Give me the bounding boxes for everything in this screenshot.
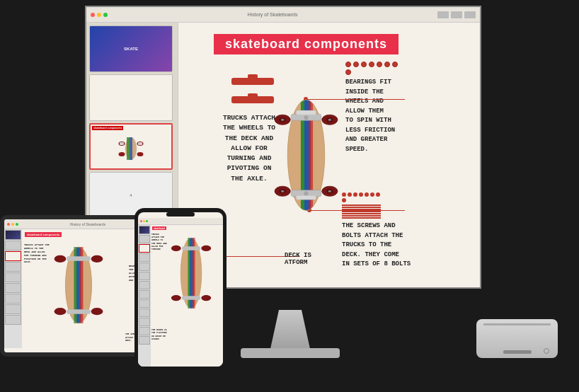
app-title: History of Skateboards: [248, 12, 298, 17]
iphone-thumb-7[interactable]: [139, 281, 150, 289]
iphone-thumb-2[interactable]: [139, 235, 150, 243]
thumbnail-3-active[interactable]: skateboard components: [89, 123, 173, 170]
iphone-close-btn[interactable]: [140, 220, 142, 222]
ipad-thumb-6[interactable]: [5, 283, 21, 293]
ipad-trucks-text: TRUCKS ATTACH THE WHEELS TO THE DECK AND…: [24, 243, 50, 264]
svg-point-30: [328, 118, 331, 120]
iphone-screen: skateboard TRUCKS ATTACH: [138, 212, 223, 367]
svg-point-5: [119, 152, 125, 156]
iphone-thumb-3[interactable]: [139, 244, 150, 253]
mac-mini-power: [544, 348, 549, 354]
svg-rect-20: [296, 110, 316, 115]
svg-point-56: [201, 246, 211, 251]
svg-point-36: [328, 190, 331, 192]
iphone-thumb-5[interactable]: [139, 263, 150, 271]
iphone-thumb-1[interactable]: [139, 226, 150, 234]
iphone: skateboard TRUCKS ATTACH: [134, 208, 227, 371]
svg-point-46: [55, 308, 67, 315]
ipad-max-btn[interactable]: [16, 223, 18, 226]
thumbnail-1[interactable]: SKATE: [89, 25, 173, 72]
iphone-max-btn[interactable]: [146, 220, 148, 222]
iphone-slide-body: skateboard TRUCKS ATTACH: [151, 225, 223, 367]
mac-mini: [476, 319, 558, 358]
svg-point-33: [281, 190, 284, 192]
svg-point-24: [304, 191, 308, 195]
ipad-thumb-9[interactable]: [5, 315, 21, 325]
maximize-button[interactable]: [103, 13, 108, 17]
bearings-section: BEARINGS FIT INSIDE THE WHEELS AND ALLOW…: [345, 62, 473, 154]
svg-point-57: [171, 295, 181, 301]
svg-point-55: [171, 246, 181, 251]
svg-rect-23: [296, 195, 316, 200]
iphone-thumbnails[interactable]: [138, 225, 151, 367]
ipad-thumb-7[interactable]: [5, 294, 21, 304]
toolbar-btn[interactable]: [464, 11, 476, 18]
iphone-thumb-12[interactable]: [139, 327, 150, 335]
ipad-thumb-1[interactable]: [5, 230, 21, 240]
svg-point-58: [201, 295, 211, 301]
iphone-trucks-text: TRUCKS ATTACH THE WHEELS TO THE DECK AND…: [151, 234, 168, 251]
ipad-slide-title: skateboard components: [25, 232, 62, 237]
minimize-button[interactable]: [97, 13, 101, 17]
svg-rect-12: [248, 93, 258, 98]
screws-description: THE SCREWS AND BOLTS ATTACH THE TRUCKS T…: [342, 221, 473, 270]
iphone-slide-title: skateboard: [152, 226, 166, 230]
bearings-description: BEARINGS FIT INSIDE THE WHEELS AND ALLOW…: [345, 78, 473, 154]
svg-rect-1: [127, 137, 130, 160]
svg-point-45: [91, 255, 103, 263]
svg-point-6: [137, 152, 144, 156]
ipad-thumb-2[interactable]: [5, 241, 21, 250]
ipad-skateboard-svg: [50, 239, 107, 331]
bearings-dots-icon: [345, 62, 402, 75]
ipad-thumb-3-active[interactable]: [5, 251, 21, 261]
svg-rect-9: [231, 78, 274, 85]
iphone-toolbar: [138, 218, 223, 225]
ipad-thumb-4[interactable]: [5, 262, 21, 272]
truck-icon: [228, 72, 270, 108]
iphone-thumb-6[interactable]: [139, 272, 150, 280]
skateboard-image: [270, 23, 342, 287]
svg-point-27: [281, 118, 284, 120]
iphone-thumb-10[interactable]: [139, 309, 150, 317]
toolbar-btn[interactable]: [451, 11, 462, 18]
monitor-base: [241, 348, 340, 358]
svg-rect-42: [67, 256, 90, 261]
ipad-thumb-8[interactable]: [5, 304, 21, 314]
iphone-thumb-8[interactable]: [139, 290, 150, 299]
svg-rect-10: [248, 74, 258, 79]
iphone-thumb-13[interactable]: [139, 336, 150, 345]
iphone-notch: [166, 212, 195, 217]
iphone-main-content: skateboard TRUCKS ATTACH: [138, 225, 223, 367]
close-button[interactable]: [91, 13, 95, 17]
mac-mini-slot: [483, 323, 551, 325]
app-toolbar: History of Skateboards: [86, 7, 480, 23]
screws-section: THE SCREWS AND BOLTS ATTACH THE TRUCKS T…: [342, 192, 473, 270]
iphone-bottom-text: THE BOARD IS THE PLATFORM ON WHICH HE ST…: [151, 329, 168, 341]
svg-point-21: [304, 115, 308, 119]
toolbar-btn[interactable]: [437, 11, 449, 18]
svg-rect-54: [182, 296, 200, 300]
iphone-min-btn[interactable]: [143, 220, 145, 222]
svg-rect-53: [182, 246, 200, 250]
mac-mini-ports: [503, 350, 532, 354]
iphone-skateboard-svg: [168, 231, 214, 316]
iphone-thumb-4[interactable]: [139, 253, 150, 262]
svg-rect-7: [120, 142, 124, 145]
iphone-thumb-11[interactable]: [139, 318, 150, 326]
svg-point-47: [91, 308, 103, 315]
iphone-slide-content: skateboard TRUCKS ATTACH: [138, 218, 223, 367]
screws-dots-icon: [342, 192, 381, 202]
ipad-thumbnails[interactable]: [4, 229, 22, 348]
thumbnail-2[interactable]: [89, 74, 173, 121]
ipad-thumb-5[interactable]: [5, 272, 21, 282]
svg-rect-2: [130, 137, 132, 160]
ipad-close-btn[interactable]: [7, 223, 10, 226]
ipad-min-btn[interactable]: [11, 223, 14, 226]
svg-point-44: [55, 255, 67, 263]
svg-rect-43: [67, 309, 90, 314]
screw-lines-icon: [342, 204, 381, 219]
iphone-thumb-9[interactable]: [139, 299, 150, 308]
svg-rect-8: [138, 142, 142, 145]
monitor-stand: [262, 310, 319, 349]
